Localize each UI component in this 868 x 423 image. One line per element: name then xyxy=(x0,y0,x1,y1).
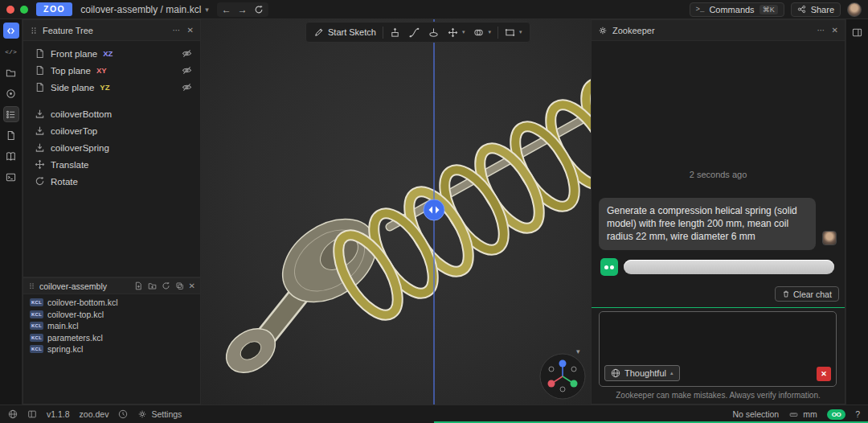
panel-close-button[interactable]: ✕ xyxy=(189,281,195,290)
traffic-light-zoom[interactable] xyxy=(20,6,28,14)
nav-forward-button[interactable]: → xyxy=(235,3,250,16)
window-controls xyxy=(6,6,28,14)
file-row[interactable]: KCLcoilover-bottom.kcl xyxy=(23,297,200,309)
book-icon xyxy=(6,151,16,162)
units-button[interactable]: mm xyxy=(788,409,817,419)
rail-feature-tree-button[interactable] xyxy=(3,106,19,122)
file-list: KCLcoilover-bottom.kcl KCLcoilover-top.k… xyxy=(23,294,200,355)
rail-export-button[interactable] xyxy=(3,85,19,101)
zookeeper-toggle-button[interactable]: OO xyxy=(827,409,845,420)
rotate-icon xyxy=(35,176,45,187)
model-selector-label: Thoughtful xyxy=(624,368,666,378)
rail-files-button[interactable] xyxy=(3,64,19,80)
breadcrumb[interactable]: coilover-assembly / main.kcl ▾ xyxy=(80,4,209,15)
rectangle-tool-icon xyxy=(505,27,515,38)
site-link[interactable]: zoo.dev xyxy=(80,409,109,419)
new-folder-button[interactable] xyxy=(148,281,157,290)
drag-handle-icon[interactable] xyxy=(28,281,35,290)
tree-item-top-plane[interactable]: Top plane XY xyxy=(23,62,200,79)
rail-sidebar-toggle-button[interactable] xyxy=(3,23,19,39)
nav-refresh-button[interactable] xyxy=(252,3,266,16)
file-row[interactable]: KCLmain.kcl xyxy=(23,320,200,332)
revolve-icon xyxy=(428,27,439,38)
boolean-tool-button[interactable]: ▾ xyxy=(471,24,493,40)
tree-item-coilover-bottom[interactable]: coiloverBottom xyxy=(23,105,200,122)
move-tool-button[interactable]: ▾ xyxy=(445,24,468,40)
sweep-button[interactable] xyxy=(407,24,422,40)
chevron-down-icon: ▾ xyxy=(519,29,522,35)
layout-icon xyxy=(27,409,37,419)
file-name: parameters.kcl xyxy=(47,333,103,343)
eye-off-icon[interactable] xyxy=(182,65,192,76)
nav-group: ← → xyxy=(217,2,268,17)
feature-tree-header[interactable]: Feature Tree ⋯ ✕ xyxy=(23,20,200,41)
3d-scene[interactable] xyxy=(201,19,591,405)
refresh-files-button[interactable] xyxy=(162,281,170,290)
clear-chat-button[interactable]: Clear chat xyxy=(775,286,839,302)
rail-code-button[interactable]: </> xyxy=(3,43,19,60)
file-row[interactable]: KCLparameters.kcl xyxy=(23,332,200,344)
rail-terminal-button[interactable] xyxy=(3,169,19,185)
rectangle-tool-button[interactable]: ▾ xyxy=(502,24,525,40)
settings-label: Settings xyxy=(151,409,182,419)
panel-close-button[interactable]: ✕ xyxy=(832,26,838,35)
right-panel-toggle-button[interactable] xyxy=(850,24,866,40)
app-version[interactable]: v1.1.8 xyxy=(47,409,70,419)
titlebar-right: >_ Commands ⌘K Share xyxy=(690,2,862,17)
network-status-button[interactable] xyxy=(8,409,18,419)
import-icon xyxy=(35,109,45,119)
session-time-button[interactable] xyxy=(118,409,128,419)
zoo-logo-button[interactable]: ZOO xyxy=(36,2,72,16)
duplicate-button[interactable] xyxy=(175,281,184,290)
stop-button[interactable]: ✕ xyxy=(817,367,831,381)
terminal-prompt-icon: >_ xyxy=(696,6,705,14)
panel-menu-button[interactable]: ⋯ xyxy=(817,26,825,35)
axis-tag: XY xyxy=(96,66,107,75)
revolve-button[interactable] xyxy=(426,24,441,40)
tree-item-translate[interactable]: Translate xyxy=(23,156,200,173)
file-row[interactable]: KCLcoilover-top.kcl xyxy=(23,309,200,321)
gizmo-collapse-chevron[interactable]: ▾ xyxy=(576,347,580,355)
commands-button[interactable]: >_ Commands ⌘K xyxy=(690,2,784,17)
eye-off-icon[interactable] xyxy=(182,82,192,92)
generation-progress-bar xyxy=(624,260,834,274)
help-button[interactable]: ? xyxy=(855,409,860,419)
start-sketch-button[interactable]: Start Sketch xyxy=(312,24,379,40)
tree-item-side-plane[interactable]: Side plane YZ xyxy=(23,79,200,96)
nav-back-button[interactable]: ← xyxy=(219,3,234,16)
drag-handle-icon[interactable] xyxy=(30,26,38,35)
project-files-header[interactable]: coilover-assembly ✕ xyxy=(23,278,200,294)
sweep-icon xyxy=(409,27,420,38)
rail-docs-button[interactable] xyxy=(3,127,19,143)
collapse-arrows-icon xyxy=(6,26,16,36)
eye-off-icon[interactable] xyxy=(182,48,192,59)
rail-notes-button[interactable] xyxy=(3,148,19,164)
boolean-tool-icon xyxy=(473,27,484,38)
3d-viewport[interactable]: ▾ Start Sketch ▾ ▾ ▾ xyxy=(201,19,591,405)
chat-input[interactable] xyxy=(603,315,834,360)
file-name: main.kcl xyxy=(47,321,79,331)
share-label: Share xyxy=(811,5,834,14)
tree-item-rotate[interactable]: Rotate xyxy=(23,173,200,190)
panel-close-button[interactable]: ✕ xyxy=(187,26,194,35)
tree-item-coilover-top[interactable]: coiloverTop xyxy=(23,122,200,139)
kcl-badge: KCL xyxy=(30,322,43,330)
settings-button[interactable]: Settings xyxy=(137,409,182,419)
commands-label: Commands xyxy=(709,5,754,14)
share-icon xyxy=(797,5,806,14)
layout-toggle-button[interactable] xyxy=(27,409,37,419)
message-timestamp: 2 seconds ago xyxy=(592,170,845,179)
new-file-button[interactable] xyxy=(134,281,143,290)
tree-item-front-plane[interactable]: Front plane XZ xyxy=(23,45,200,62)
zookeeper-header[interactable]: Zookeeper ⋯ ✕ xyxy=(592,20,845,41)
share-button[interactable]: Share xyxy=(791,2,841,17)
project-files-panel: coilover-assembly ✕ KCLcoilover-bottom.k… xyxy=(23,277,201,405)
tree-item-coilover-spring[interactable]: coiloverSpring xyxy=(23,139,200,156)
file-row[interactable]: KCLspring.kcl xyxy=(23,343,200,355)
panel-menu-button[interactable]: ⋯ xyxy=(173,26,181,35)
traffic-light-close[interactable] xyxy=(6,6,14,14)
model-selector-button[interactable]: Thoughtful ▴ xyxy=(604,365,680,381)
extrude-button[interactable] xyxy=(387,24,403,40)
selection-status: No selection xyxy=(732,409,779,419)
user-avatar[interactable] xyxy=(847,2,862,17)
